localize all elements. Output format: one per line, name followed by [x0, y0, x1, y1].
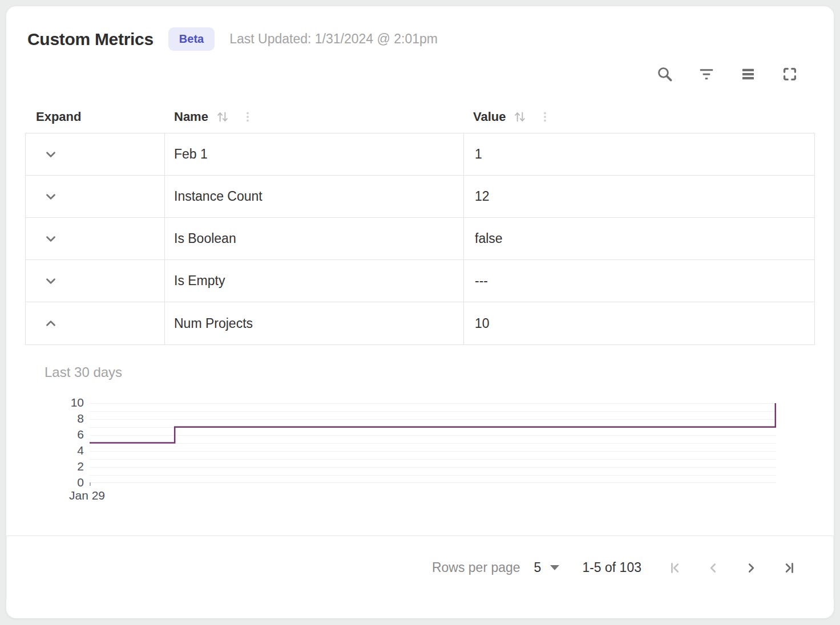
pagination-footer: Rows per page 5 1-5 of 103	[6, 535, 834, 599]
pagination-range: 1-5 of 103	[582, 560, 641, 575]
metric-name-cell: Instance Count	[164, 176, 463, 217]
chart-canvas	[90, 403, 776, 482]
search-icon	[656, 66, 673, 83]
beta-badge: Beta	[168, 27, 215, 51]
panel-header: Custom Metrics Beta Last Updated: 1/31/2…	[25, 27, 815, 51]
last-updated-text: Last Updated: 1/31/2024 @ 2:01pm	[229, 31, 438, 47]
density-button[interactable]	[739, 65, 757, 83]
table-row: Instance Count 12	[26, 176, 814, 218]
metric-name-cell: Is Boolean	[164, 218, 463, 259]
x-axis-tick-label: Jan 29	[25, 489, 815, 502]
first-page-button[interactable]	[668, 560, 684, 576]
y-axis-tick-label: 0	[77, 476, 84, 489]
chevron-right-icon	[744, 561, 758, 575]
chart-title: Last 30 days	[25, 364, 815, 380]
table-toolbar	[25, 64, 815, 84]
expand-row-button[interactable]	[42, 146, 59, 163]
previous-page-button[interactable]	[705, 560, 721, 576]
first-page-icon	[668, 561, 683, 575]
last-page-icon	[781, 561, 796, 575]
table-header-row: Expand Name Value	[25, 101, 815, 133]
expand-row-button[interactable]	[42, 188, 59, 205]
rows-per-page-value: 5	[534, 560, 542, 575]
metric-value-cell: 10	[463, 302, 814, 344]
table-row: Is Empty ---	[26, 260, 814, 302]
x-axis-tick	[90, 482, 91, 486]
y-axis-tick-label: 8	[77, 412, 84, 425]
table-body: Feb 1 1 Instance Count 12 Is Boolean fal…	[25, 133, 815, 345]
fullscreen-button[interactable]	[781, 65, 799, 83]
metric-history-chart: 0246810	[25, 403, 815, 483]
table-row: Is Boolean false	[26, 218, 814, 260]
last-page-button[interactable]	[781, 560, 797, 576]
expand-row-button[interactable]	[42, 273, 59, 290]
pagination-nav	[668, 560, 797, 576]
rows-per-page-select[interactable]: 5	[534, 560, 560, 575]
chevron-down-icon	[43, 232, 58, 246]
filter-button[interactable]	[697, 65, 716, 83]
column-menu-icon[interactable]	[241, 110, 254, 124]
metric-name-cell: Is Empty	[164, 260, 463, 302]
metric-value-cell: ---	[463, 260, 814, 302]
chevron-up-icon	[43, 316, 58, 331]
table-row: Num Projects 10	[26, 302, 814, 344]
y-axis-tick-label: 6	[77, 428, 84, 441]
metric-value-cell: 12	[463, 176, 814, 217]
column-menu-icon[interactable]	[539, 110, 551, 124]
custom-metrics-panel: Custom Metrics Beta Last Updated: 1/31/2…	[6, 6, 834, 619]
chevron-down-icon	[43, 147, 58, 162]
chevron-down-icon	[43, 274, 58, 289]
chevron-left-icon	[706, 561, 721, 575]
search-button[interactable]	[656, 65, 674, 83]
collapse-row-button[interactable]	[42, 315, 59, 332]
metric-value-cell: false	[463, 218, 814, 259]
fullscreen-icon	[781, 66, 798, 83]
rows-per-page-label: Rows per page	[432, 560, 520, 575]
metric-name-cell: Num Projects	[164, 302, 463, 344]
y-axis-tick-label: 4	[77, 444, 84, 457]
chart-line	[90, 403, 776, 443]
expand-row-button[interactable]	[42, 230, 59, 247]
chart-y-labels: 0246810	[25, 403, 90, 483]
metric-name-cell: Feb 1	[164, 133, 463, 175]
y-axis-tick-label: 2	[77, 460, 84, 473]
expanded-row-detail: Last 30 days 0246810 Jan 29	[25, 364, 815, 502]
column-header-value-label: Value	[473, 109, 506, 124]
sort-icon[interactable]	[512, 109, 527, 124]
column-header-expand: Expand	[25, 109, 164, 124]
chevron-down-icon	[43, 189, 58, 204]
dropdown-caret-icon	[550, 565, 559, 570]
filter-icon	[698, 66, 715, 83]
table-row: Feb 1 1	[26, 133, 814, 176]
sort-icon[interactable]	[215, 109, 230, 124]
column-header-name[interactable]: Name	[164, 109, 463, 124]
metric-value-cell: 1	[463, 133, 814, 175]
next-page-button[interactable]	[743, 560, 759, 576]
column-header-value[interactable]: Value	[463, 109, 815, 124]
y-axis-tick-label: 10	[71, 396, 84, 409]
density-icon	[740, 66, 757, 83]
page-title: Custom Metrics	[27, 30, 154, 49]
column-header-name-label: Name	[174, 109, 208, 124]
chart-plot-area	[90, 403, 776, 483]
